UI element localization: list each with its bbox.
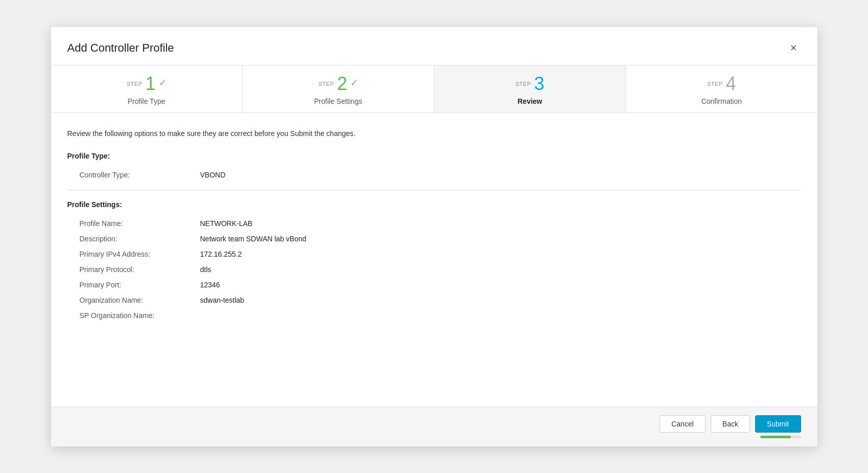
step4-name: Confirmation [701,97,742,105]
step-2[interactable]: STEP 2 ✓ Profile Settings [243,65,434,112]
field-value: dtls [200,262,801,277]
field-value: NETWORK-LAB [200,216,801,231]
modal-footer: Cancel Back Submit [51,407,817,446]
profile-settings-table: Profile Name:NETWORK-LABDescription:Netw… [67,216,801,323]
field-value [200,308,801,323]
steps-bar: STEP 1 ✓ Profile Type STEP 2 ✓ Profile S… [51,65,817,113]
field-label: Primary Protocol: [67,262,200,277]
field-value: 12346 [200,277,801,292]
step2-name: Profile Settings [314,97,362,105]
table-row: Organization Name:sdwan-testlab [67,292,801,308]
table-row: Primary IPv4 Address:172.16.255.2 [67,246,801,262]
step3-label: STEP [515,81,531,87]
back-button[interactable]: Back [711,415,750,433]
progress-bar-fill [760,436,791,438]
step1-name: Profile Type [128,97,166,105]
table-row: SP Organization Name: [67,308,801,323]
profile-settings-title: Profile Settings: [67,200,801,209]
field-value: Network team SDWAN lab vBond [200,231,801,246]
profile-type-table: Controller Type: VBOND [67,167,801,183]
step3-name: Review [518,97,542,105]
footer-right: Cancel Back Submit [660,415,801,438]
modal: Add Controller Profile × STEP 1 ✓ Profil… [51,27,817,446]
submit-button[interactable]: Submit [755,415,801,433]
modal-title: Add Controller Profile [67,41,174,55]
modal-header: Add Controller Profile × [51,27,817,65]
table-row: Description:Network team SDWAN lab vBond [67,231,801,246]
field-label: Profile Name: [67,216,200,231]
step4-label: STEP [707,81,723,87]
step2-number: 2 [337,75,347,93]
step1-check: ✓ [159,77,167,88]
field-value: 172.16.255.2 [200,246,801,262]
step-4[interactable]: STEP 4 Confirmation [626,65,817,112]
step2-label: STEP [318,81,334,87]
step-3[interactable]: STEP 3 Review [434,65,626,112]
profile-type-section: Profile Type: Controller Type: VBOND [67,152,801,183]
step4-number: 4 [726,75,736,93]
field-label: Primary IPv4 Address: [67,246,200,262]
intro-text: Review the following options to make sur… [67,129,801,138]
step2-check: ✓ [350,77,358,88]
field-label: Primary Port: [67,277,200,292]
profile-type-title: Profile Type: [67,152,801,160]
profile-settings-section: Profile Settings: Profile Name:NETWORK-L… [67,200,801,323]
table-row: Profile Name:NETWORK-LAB [67,216,801,231]
footer-buttons: Cancel Back Submit [660,415,801,433]
cancel-button[interactable]: Cancel [660,415,706,433]
step3-number: 3 [534,75,544,93]
controller-type-value: VBOND [200,167,801,183]
table-row: Controller Type: VBOND [67,167,801,183]
close-button[interactable]: × [786,39,801,57]
step-1[interactable]: STEP 1 ✓ Profile Type [51,65,243,112]
step1-number: 1 [145,75,155,93]
modal-body: Review the following options to make sur… [51,113,817,407]
progress-bar-wrap [760,436,801,438]
table-row: Primary Protocol:dtls [67,262,801,277]
section-divider [67,190,801,190]
field-label: Organization Name: [67,292,200,308]
step1-label: STEP [127,81,143,87]
field-value: sdwan-testlab [200,292,801,308]
table-row: Primary Port:12346 [67,277,801,292]
field-label: Description: [67,231,200,246]
controller-type-label: Controller Type: [67,167,200,183]
field-label: SP Organization Name: [67,308,200,323]
